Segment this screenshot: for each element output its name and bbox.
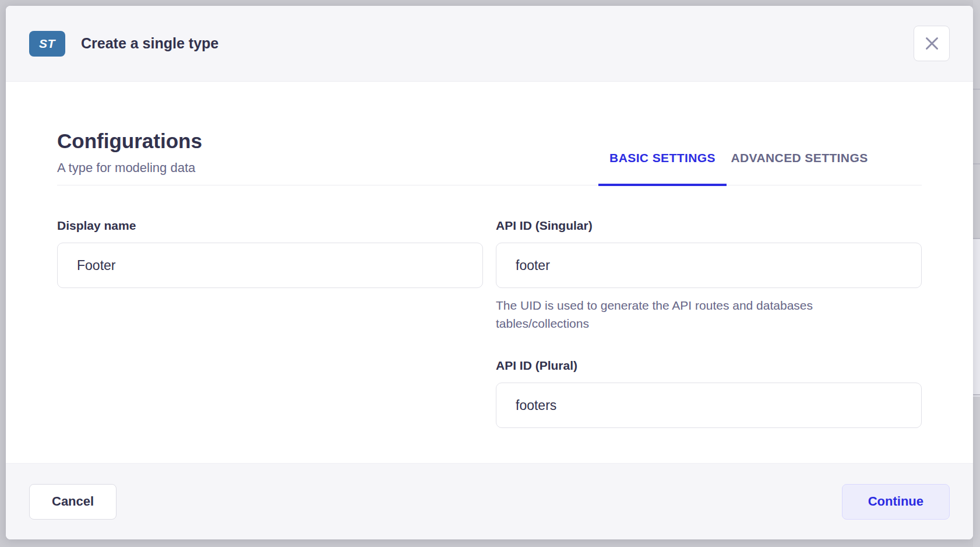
api-id-singular-input[interactable] [496, 243, 922, 288]
section-head: Configurations A type for modeling data … [57, 128, 922, 185]
dimmed-page-scrollbar-strip [973, 0, 980, 547]
display-name-label: Display name [57, 218, 483, 233]
api-id-singular-label: API ID (Singular) [496, 218, 922, 233]
modal-header: ST Create a single type [6, 6, 973, 82]
api-id-plural-label: API ID (Plural) [496, 358, 922, 373]
close-icon [924, 36, 940, 51]
tab-basic-settings[interactable]: BASIC SETTINGS [598, 151, 727, 185]
continue-button[interactable]: Continue [842, 484, 950, 520]
right-column: API ID (Singular) The UID is used to gen… [496, 218, 922, 428]
single-type-badge-icon: ST [29, 31, 65, 57]
tab-advanced-settings[interactable]: ADVANCED SETTINGS [727, 151, 872, 185]
left-column: Display name [57, 218, 483, 428]
modal-title: Create a single type [81, 35, 218, 52]
section-subtitle: A type for modeling data [57, 159, 202, 177]
scrollbar-thumb [973, 239, 980, 397]
section-title: Configurations [57, 128, 202, 154]
configuration-form: Display name API ID (Singular) The UID i… [57, 218, 922, 428]
api-id-singular-hint: The UID is used to generate the API rout… [496, 296, 880, 332]
cancel-button[interactable]: Cancel [29, 484, 117, 520]
modal-body: Configurations A type for modeling data … [6, 82, 973, 463]
api-id-plural-input[interactable] [496, 383, 922, 428]
settings-tabs: BASIC SETTINGS ADVANCED SETTINGS [598, 151, 872, 185]
create-single-type-modal: ST Create a single type Configurations A… [6, 6, 973, 539]
display-name-input[interactable] [57, 243, 483, 288]
close-button[interactable] [914, 26, 950, 61]
modal-footer: Cancel Continue [6, 463, 973, 539]
